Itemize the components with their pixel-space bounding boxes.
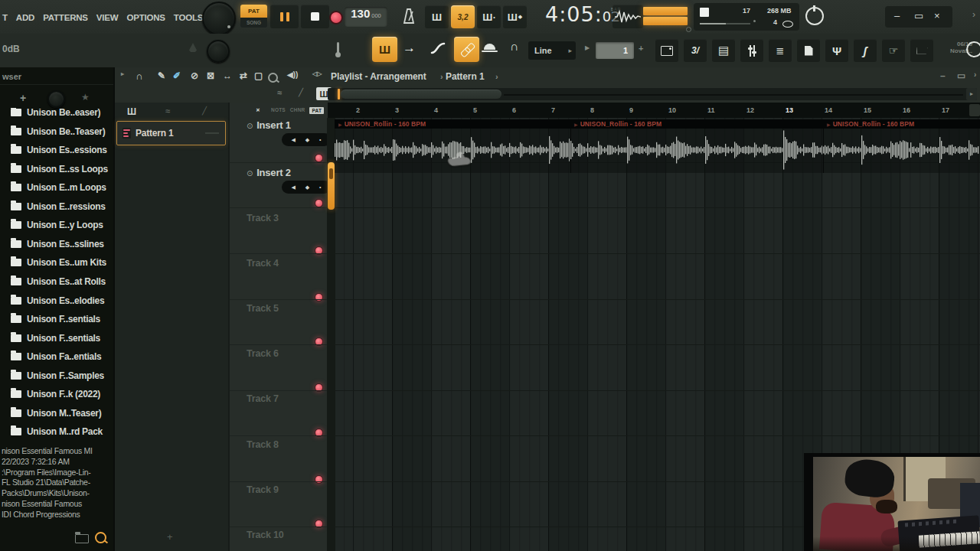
add-track-icon[interactable]: + [253, 106, 263, 115]
audio-clip[interactable]: ▶UNISON_Rollin - 160 BPM [335, 119, 571, 173]
picker-add-icon[interactable]: + [167, 531, 173, 543]
browser-item[interactable]: Unison F..k (2022) [0, 385, 113, 403]
track-name-track-6[interactable]: Track 6 [247, 348, 279, 359]
snap-dropdown[interactable]: Line ▸ [528, 41, 576, 60]
monitor-arrows-icon[interactable]: ◁▷ [312, 70, 322, 77]
browser-item[interactable]: Unison Es..um Kits [0, 253, 113, 272]
track-mute-pan-controls[interactable]: ◀◆• [282, 133, 331, 146]
playlist-snap-icon[interactable]: ∩ [136, 70, 142, 82]
playback-tool-icon[interactable]: ◀)) [287, 70, 298, 79]
timeline-bar-4[interactable]: 4 [434, 106, 438, 114]
menu-tools[interactable]: TOOLS [174, 13, 203, 22]
plugin-database-button[interactable]: ≣ [769, 39, 792, 62]
track-record-dot[interactable] [315, 475, 323, 484]
browser-item[interactable]: Unison F..sentials [0, 329, 113, 347]
pat-mode-button[interactable]: PAT [240, 5, 267, 18]
browser-item[interactable]: Unison Es..elodies [0, 292, 113, 310]
record-button[interactable] [329, 11, 343, 24]
timeline-bar-2[interactable]: 2 [356, 106, 360, 114]
track-name-track-5[interactable]: Track 5 [247, 303, 279, 314]
mixer-panel-button[interactable] [740, 39, 763, 62]
picker-audio-icon[interactable]: ≈ [165, 106, 170, 116]
typing-to-piano-button[interactable] [484, 44, 495, 50]
minimize-button[interactable]: – [894, 10, 900, 21]
timeline-bar-10[interactable]: 10 [668, 106, 676, 114]
vertical-scrollbar[interactable] [327, 118, 335, 551]
pattern-item-selected[interactable]: Pattern 1 [116, 121, 226, 145]
browser-item[interactable]: Unison M..Teaser) [0, 404, 113, 422]
close-button[interactable]: × [934, 10, 940, 21]
mute-tool-icon[interactable]: ⊠ [207, 70, 214, 81]
pattern-select-button[interactable]: Ш [372, 37, 397, 62]
track-header-tab-nots[interactable]: NOTS [271, 107, 286, 114]
track-pan-icon[interactable]: ◆ [305, 184, 309, 190]
shop-button[interactable] [910, 39, 933, 62]
stop-button[interactable] [301, 5, 329, 28]
blend-recording-button[interactable]: Ш• [477, 5, 501, 28]
browser-item[interactable]: Unison Es..essions [0, 141, 113, 159]
clip-waveform[interactable] [335, 129, 570, 171]
playlist-menu-arrow[interactable]: ▸ [121, 70, 124, 77]
audio-clip[interactable]: ▶UNISON_Rollin - 160 BPM [823, 119, 980, 173]
timeline-bar-5[interactable]: 5 [473, 106, 477, 114]
timeline-bar-16[interactable]: 16 [903, 106, 910, 114]
footer-folder-icon[interactable] [75, 534, 89, 543]
browser-item[interactable]: Unison F..sentials [0, 310, 113, 328]
browser-item[interactable]: Unison Be..easer) [0, 108, 113, 122]
timeline-bar-6[interactable]: 6 [512, 106, 516, 114]
touch-controller-button[interactable]: ☞ [882, 39, 905, 62]
playlist-panel-button[interactable] [655, 39, 678, 62]
stretch-tool-icon[interactable]: ↔ [223, 70, 232, 81]
track-name-track-3[interactable]: Track 3 [247, 213, 279, 223]
spinner-arrow-icon[interactable]: ▶ [585, 44, 590, 51]
playhead-marker[interactable] [338, 89, 340, 99]
master-peak-meter[interactable] [643, 7, 688, 25]
draw-tool-icon[interactable]: ✎ [158, 70, 165, 81]
menu-patterns[interactable]: PATTERNS [43, 13, 88, 22]
timeline-bar-14[interactable]: 14 [825, 106, 832, 114]
menu-add[interactable]: ADD [16, 13, 34, 22]
browser-item[interactable]: Unison Fa..entials [0, 347, 113, 366]
timeline-bar-8[interactable]: 8 [590, 106, 594, 114]
clip-waveform[interactable] [570, 129, 822, 171]
track-record-dot[interactable] [315, 293, 323, 302]
picker-automation-icon[interactable]: ╱ [202, 106, 207, 115]
audio-clip[interactable]: ▶UNISON_Rollin - 160 BPM [570, 119, 824, 173]
browser-item[interactable]: Unison Es..sslines [0, 235, 113, 253]
project-files-button[interactable] [797, 39, 820, 62]
browser-item[interactable]: Unison E..ss Loops [0, 160, 113, 178]
plugin-picker-button[interactable]: Ψ [825, 39, 848, 62]
track-name-insert-1[interactable]: ⊙Insert 1 [247, 119, 291, 131]
track-mute-icon[interactable]: ◀ [291, 184, 295, 190]
timeline-bar-15[interactable]: 15 [864, 106, 871, 114]
menu-t[interactable]: T [2, 13, 8, 22]
timeline-bar-17[interactable]: 17 [942, 106, 949, 114]
track-record-dot[interactable] [315, 199, 323, 207]
track-mute-pan-controls[interactable]: ◀◆• [282, 181, 331, 194]
hscroll-track[interactable] [328, 88, 977, 100]
wait-for-input-button[interactable]: Ш [425, 5, 449, 28]
browser-item[interactable]: Unison F..Samples [0, 367, 113, 385]
browser-item[interactable]: Unison Be..Teaser) [0, 122, 113, 141]
breadcrumb-playlist[interactable]: Playlist - Arrangement [331, 71, 426, 82]
tool-pin-icon[interactable] [337, 42, 339, 54]
pause-button[interactable] [270, 5, 299, 28]
track-name-track-7[interactable]: Track 7 [247, 393, 279, 404]
track-pan-icon[interactable]: ◆ [305, 137, 309, 142]
track-name-track-4[interactable]: Track 4 [247, 258, 279, 269]
track-name-track-9[interactable]: Track 9 [247, 484, 279, 495]
browser-star-icon[interactable]: ★ [81, 92, 90, 103]
browser-knob[interactable] [47, 90, 65, 108]
track-header-tab-chnr[interactable]: CHNR [290, 107, 305, 114]
browser-item[interactable]: Unison E..ressions [0, 197, 113, 216]
timeline-bar-12[interactable]: 12 [746, 106, 754, 114]
browser-add-icon[interactable]: + [20, 92, 26, 104]
select-tool-icon[interactable]: ▢ [254, 70, 263, 81]
footer-search-icon[interactable] [95, 532, 106, 543]
restore-button[interactable]: ▭ [914, 10, 923, 21]
track-name-track-10[interactable]: Track 10 [247, 530, 283, 540]
timeline-bar-13[interactable]: 13 [786, 106, 793, 114]
track-power-icon[interactable]: ⊙ [247, 169, 253, 178]
oscilloscope-panel[interactable] [612, 5, 643, 28]
timeline-ruler[interactable]: 234567891011121314151617 [328, 103, 980, 119]
